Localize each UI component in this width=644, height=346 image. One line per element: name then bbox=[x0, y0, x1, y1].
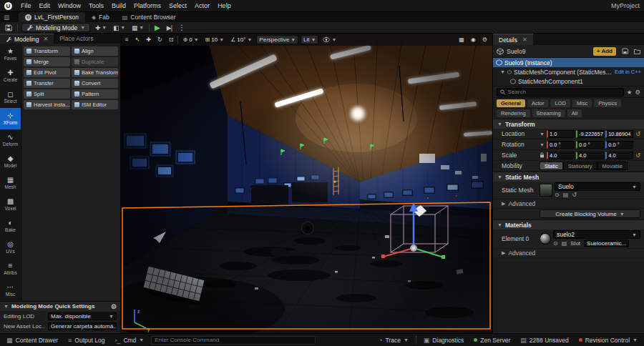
select-tool-icon[interactable]: ↖ bbox=[133, 35, 142, 44]
scale-tool-icon[interactable]: ⊡ bbox=[167, 35, 176, 44]
mobility-stationary[interactable]: Stationary bbox=[563, 162, 597, 170]
level-viewport[interactable]: z y ≡ ↖ ✚ ↻ ⊡ ⊕0▼ ⊞10▼ ∠10°▼ Perspective… bbox=[120, 34, 492, 333]
material-slot-name[interactable]: Sueloceramic... bbox=[584, 239, 629, 247]
category-attribs[interactable]: ≡Attribs bbox=[0, 258, 21, 280]
save-button[interactable] bbox=[4, 24, 14, 31]
surface-snap-toggle[interactable]: ⊕0▼ bbox=[180, 35, 200, 44]
trace-dropdown[interactable]: ◔ Trace ▼ bbox=[376, 335, 411, 345]
materials-advanced[interactable]: ▶ Advanced bbox=[493, 249, 644, 258]
new-asset-location-dropdown[interactable]: Generar carpeta automá... ▼ bbox=[48, 322, 117, 330]
reset-to-default-icon[interactable]: ↺ bbox=[635, 131, 640, 137]
skip-frame-button[interactable]: ▶| bbox=[165, 24, 173, 31]
component-row-staticmesh[interactable]: ▼ StaticMeshComponent (StaticMeshCompone… bbox=[493, 67, 644, 76]
cmd-dropdown[interactable]: ›_ Cmd ▼ bbox=[112, 335, 147, 345]
filter-actor[interactable]: Actor bbox=[527, 99, 549, 107]
favorite-filter-icon[interactable]: ★ bbox=[627, 89, 633, 96]
tool-merge[interactable]: Merge bbox=[24, 57, 70, 66]
location-z-field[interactable]: 10.86904 bbox=[605, 130, 633, 138]
filter-all[interactable]: All bbox=[567, 109, 582, 117]
gizmo-origin-sphere[interactable] bbox=[410, 244, 417, 252]
menu-build[interactable]: Build bbox=[108, 0, 130, 11]
tool-ism-editor[interactable]: ISM Editor bbox=[72, 100, 118, 109]
gizmo-y-handle[interactable] bbox=[441, 255, 445, 259]
scale-z-field[interactable]: 4.0 bbox=[605, 152, 633, 159]
rotation-z-field[interactable]: 0.0 ° bbox=[605, 141, 633, 149]
lock-icon[interactable] bbox=[540, 152, 545, 158]
close-icon[interactable]: ✕ bbox=[44, 36, 49, 42]
browse-to-asset-icon[interactable]: ▤ bbox=[562, 240, 567, 247]
details-settings-icon[interactable]: ⚙ bbox=[635, 89, 640, 96]
static-mesh-thumbnail[interactable] bbox=[540, 184, 552, 197]
viewport-options-icon[interactable]: ≡ bbox=[123, 35, 131, 44]
rotation-snap-toggle[interactable]: ∠10°▼ bbox=[228, 35, 254, 44]
editing-lod-dropdown[interactable]: Máx. disponible ▼ bbox=[48, 312, 117, 320]
save-icon[interactable] bbox=[622, 48, 628, 54]
view-mode-dropdown[interactable]: Lit▼ bbox=[301, 35, 318, 44]
chevron-down-icon[interactable]: ▼ bbox=[540, 132, 545, 137]
menu-help[interactable]: Help bbox=[214, 0, 235, 11]
category-misc[interactable]: ⋯Misc bbox=[0, 280, 21, 301]
output-log-button[interactable]: ≡ Output Log bbox=[65, 335, 107, 345]
content-drawer-button[interactable]: ▦ Content Drawer bbox=[4, 335, 61, 345]
category-uvs[interactable]: ◎UVs bbox=[0, 237, 21, 258]
edit-in-cpp-link[interactable]: Edit in C++ bbox=[615, 69, 641, 75]
perspective-dropdown[interactable]: Perspective▼ bbox=[256, 35, 298, 44]
console-input[interactable] bbox=[155, 337, 312, 343]
scale-x-field[interactable]: 4.0 bbox=[547, 152, 575, 159]
add-component-button[interactable]: + Add bbox=[593, 47, 616, 56]
tab-details[interactable]: Details ✕ bbox=[493, 34, 533, 45]
category-mesh[interactable]: ▦Mesh bbox=[0, 172, 21, 194]
camera-icon[interactable]: ◉ bbox=[469, 35, 478, 44]
play-button[interactable]: ▶ bbox=[153, 24, 162, 31]
menu-file[interactable]: File bbox=[17, 0, 35, 11]
filter-streaming[interactable]: Streaming bbox=[532, 109, 565, 117]
tool-harvest-instances[interactable]: Harvest Insta... bbox=[24, 100, 70, 109]
create-blocking-volume-dropdown[interactable]: Create Blocking Volume ▼ bbox=[540, 209, 640, 218]
scale-y-field[interactable]: 4.0 bbox=[576, 152, 604, 159]
filter-rendering[interactable]: Rendering bbox=[497, 109, 530, 117]
tool-align[interactable]: Align bbox=[72, 46, 118, 56]
mobility-static[interactable]: Static bbox=[540, 162, 563, 170]
component-row-root[interactable]: Suelo9 (Instance) bbox=[493, 58, 644, 67]
editor-mode-dropdown[interactable]: Modeling Mode ▼ bbox=[21, 23, 90, 32]
tool-bake-transform[interactable]: Bake Transform bbox=[72, 68, 118, 77]
tool-split[interactable]: Split bbox=[24, 89, 70, 99]
diagnostics-button[interactable]: ▣ Diagnostics bbox=[421, 335, 467, 345]
component-row-staticmesh1[interactable]: StaticMeshComponent1 bbox=[493, 76, 644, 86]
gizmo-x-handle[interactable] bbox=[381, 254, 385, 258]
use-selected-icon[interactable]: ⊙ bbox=[553, 240, 558, 247]
category-xform[interactable]: ⊹XForm bbox=[0, 108, 21, 129]
zen-server-status[interactable]: Zen Server bbox=[471, 335, 513, 345]
unsaved-status[interactable]: ▤ 2288 Unsaved bbox=[517, 335, 571, 345]
close-icon[interactable]: ✕ bbox=[522, 36, 527, 43]
tool-transfer[interactable]: Transfer bbox=[24, 79, 70, 88]
blueprints-dropdown[interactable]: ◧▼ bbox=[112, 24, 127, 31]
fab-button[interactable]: ◈ Fab bbox=[85, 12, 116, 22]
menu-select[interactable]: Select bbox=[165, 0, 190, 11]
content-browser-button[interactable]: ▤ Content Browser bbox=[116, 12, 182, 22]
add-content-dropdown[interactable]: ✚▼ bbox=[94, 24, 108, 31]
reset-asset-icon[interactable]: ↺ bbox=[572, 192, 577, 198]
filter-physics[interactable]: Physics bbox=[594, 99, 621, 107]
location-y-field[interactable]: -9.222657 bbox=[576, 130, 604, 138]
console-command-box[interactable] bbox=[151, 336, 316, 345]
tab-place-actors[interactable]: Place Actors bbox=[54, 34, 99, 44]
use-selected-icon[interactable]: ⊙ bbox=[555, 192, 560, 198]
viewport-settings-icon[interactable]: ⚙ bbox=[480, 35, 489, 44]
level-tab[interactable]: U LvL_FirstPerson bbox=[19, 12, 85, 22]
browse-to-asset-icon[interactable]: ▤ bbox=[563, 192, 569, 198]
mobility-movable[interactable]: Movable bbox=[597, 162, 628, 170]
expander-icon[interactable]: ▼ bbox=[500, 69, 505, 74]
tool-convert[interactable]: Convert bbox=[72, 79, 118, 88]
category-model[interactable]: ◆Model bbox=[0, 151, 21, 172]
game-view-icon[interactable]: ▦ bbox=[457, 35, 467, 44]
chevron-down-icon[interactable]: ▼ bbox=[540, 142, 545, 147]
filter-general[interactable]: General bbox=[497, 99, 525, 107]
menu-tools[interactable]: Tools bbox=[85, 0, 107, 11]
category-select[interactable]: ◻Select bbox=[0, 86, 21, 108]
category-bake[interactable]: ◐Bake bbox=[0, 215, 21, 237]
revision-control-dropdown[interactable]: Revision Control ▼ bbox=[576, 335, 640, 345]
static-mesh-combo[interactable]: Suelo ▼ bbox=[555, 182, 640, 191]
section-transform[interactable]: ▼ Transform bbox=[493, 119, 644, 129]
tool-edit-pivot[interactable]: Edit Pivot bbox=[24, 68, 70, 77]
